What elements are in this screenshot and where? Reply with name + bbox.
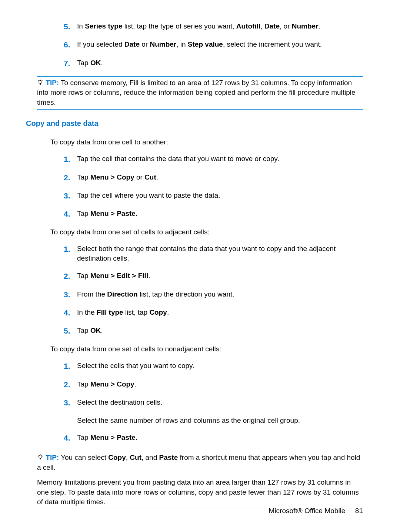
list-text: Tap Menu > Edit > Fill. bbox=[77, 271, 150, 281]
lightbulb-icon bbox=[37, 79, 44, 86]
list-number: 1. bbox=[64, 244, 77, 263]
list-number: 3. bbox=[64, 191, 77, 201]
svg-point-8 bbox=[39, 455, 42, 458]
footer-title: Microsoft® Office Mobile bbox=[269, 507, 346, 515]
list-item: 3.From the Direction list, tap the direc… bbox=[64, 290, 363, 300]
document-page: 5.In Series type list, tap the type of s… bbox=[0, 0, 400, 532]
svg-line-11 bbox=[39, 455, 39, 455]
list-text: Select the cells that you want to copy. bbox=[77, 361, 194, 371]
list-number: 3. bbox=[64, 290, 77, 300]
list-number: 2. bbox=[64, 173, 77, 183]
list-item: 5.Tap OK. bbox=[64, 326, 363, 336]
list-text: Select both the range that contains the … bbox=[77, 244, 363, 263]
list-item: 1.Select both the range that contains th… bbox=[64, 244, 363, 263]
list-text: Tap the cell that contains the data that… bbox=[77, 154, 279, 164]
list-number: 6. bbox=[64, 40, 77, 50]
list-number: 1. bbox=[64, 361, 77, 371]
list-text: Tap Menu > Copy. bbox=[77, 379, 136, 389]
ordered-list-3: 1.Select both the range that contains th… bbox=[37, 244, 363, 336]
list-item: 3.Tap the cell where you want to paste t… bbox=[64, 191, 363, 201]
svg-line-10 bbox=[42, 455, 42, 455]
list-number: 1. bbox=[64, 154, 77, 164]
list-item: 7.Tap OK. bbox=[64, 58, 363, 68]
list-text: Tap Menu > Paste. bbox=[77, 209, 137, 219]
tip-text: To conserve memory, Fill is limited to a… bbox=[37, 79, 356, 106]
ordered-list-2: 1.Tap the cell that contains the data th… bbox=[37, 154, 363, 219]
svg-line-2 bbox=[42, 80, 42, 81]
list-item: 3.Select the destination cells. bbox=[64, 398, 363, 408]
list-number: 2. bbox=[64, 271, 77, 281]
list-number: 2. bbox=[64, 379, 77, 389]
list-text: Tap OK. bbox=[77, 58, 103, 68]
list-item: 2.Tap Menu > Edit > Fill. bbox=[64, 271, 363, 281]
list-item: 1.Tap the cell that contains the data th… bbox=[64, 154, 363, 164]
list-item: 5.In Series type list, tap the type of s… bbox=[64, 21, 363, 31]
page-footer: Microsoft® Office Mobile 81 bbox=[269, 507, 363, 515]
list-text: Tap Menu > Copy or Cut. bbox=[77, 173, 158, 183]
list-number: 5. bbox=[64, 21, 77, 31]
svg-point-0 bbox=[39, 80, 42, 83]
list-item: 4.Tap Menu > Paste. bbox=[64, 433, 363, 443]
list-text: Select the destination cells. bbox=[77, 398, 162, 408]
ordered-list-4: 1.Select the cells that you want to copy… bbox=[37, 361, 363, 408]
list-number: 5. bbox=[64, 326, 77, 336]
list-number: 4. bbox=[64, 308, 77, 318]
tip-extra-text: Memory limitations prevent you from past… bbox=[37, 478, 363, 507]
tip-label: TIP: bbox=[46, 79, 59, 87]
ordered-list-5: 4.Tap Menu > Paste. bbox=[37, 433, 363, 443]
page-number: 81 bbox=[355, 507, 363, 515]
tip-text: You can select Copy, Cut, and Paste from… bbox=[37, 454, 360, 471]
tip-block: TIP: You can select Copy, Cut, and Paste… bbox=[37, 451, 363, 509]
list-item: 1.Select the cells that you want to copy… bbox=[64, 361, 363, 371]
list-item: 4.Tap Menu > Paste. bbox=[64, 209, 363, 219]
list-item: 2.Tap Menu > Copy. bbox=[64, 379, 363, 389]
list-text: Tap Menu > Paste. bbox=[77, 433, 137, 443]
section-heading: Copy and paste data bbox=[26, 119, 363, 128]
list-text: If you selected Date or Number, in Step … bbox=[77, 40, 322, 50]
list-number: 4. bbox=[64, 209, 77, 219]
list-text: Tap the cell where you want to paste the… bbox=[77, 191, 220, 201]
paragraph: Select the same number of rows and colum… bbox=[77, 416, 363, 425]
paragraph: To copy data from one cell to another: bbox=[50, 137, 363, 147]
list-text: From the Direction list, tap the directi… bbox=[77, 290, 234, 300]
tip-block: TIP: To conserve memory, Fill is limited… bbox=[37, 77, 363, 109]
paragraph: To copy data from one set of cells to no… bbox=[50, 344, 363, 354]
list-item: 4.In the Fill type list, tap Copy. bbox=[64, 308, 363, 318]
list-number: 3. bbox=[64, 398, 77, 408]
list-item: 6.If you selected Date or Number, in Ste… bbox=[64, 40, 363, 50]
svg-line-3 bbox=[39, 80, 39, 81]
list-text: Tap OK. bbox=[77, 326, 103, 336]
list-text: In Series type list, tap the type of ser… bbox=[77, 21, 320, 31]
list-text: In the Fill type list, tap Copy. bbox=[77, 308, 169, 318]
list-number: 4. bbox=[64, 433, 77, 443]
lightbulb-icon bbox=[37, 454, 44, 461]
divider bbox=[37, 109, 363, 110]
tip-label: TIP: bbox=[46, 454, 59, 461]
paragraph: To copy data from one set of cells to ad… bbox=[50, 227, 363, 237]
list-item: 2.Tap Menu > Copy or Cut. bbox=[64, 173, 363, 183]
ordered-list-1: 5.In Series type list, tap the type of s… bbox=[37, 21, 363, 68]
list-number: 7. bbox=[64, 58, 77, 68]
